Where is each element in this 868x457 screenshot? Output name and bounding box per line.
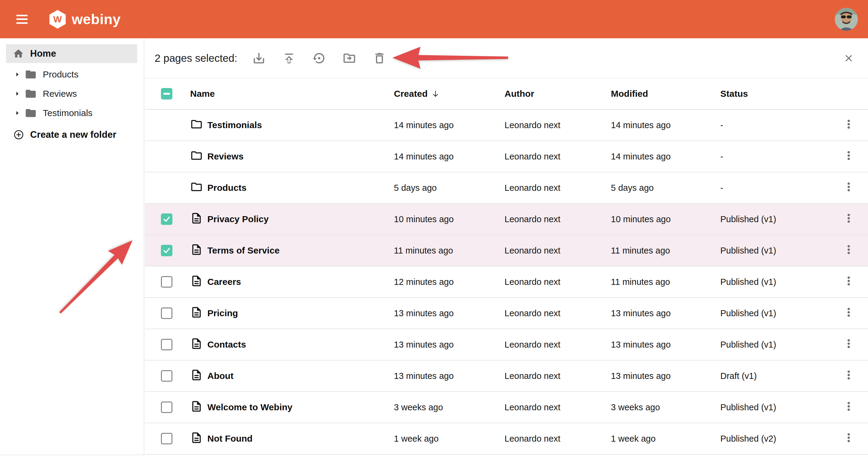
row-author: Leonardo next — [504, 402, 611, 413]
table-body: Testimonials 14 minutes ago Leonardo nex… — [145, 110, 868, 455]
row-modified: 3 weeks ago — [611, 402, 720, 413]
selected-count-label: 2 pages selected: — [155, 52, 237, 64]
row-name[interactable]: Contacts — [207, 339, 394, 350]
row-checkbox[interactable] — [161, 401, 173, 413]
row-name[interactable]: About — [207, 371, 394, 381]
avatar[interactable] — [835, 8, 858, 31]
row-author: Leonardo next — [504, 371, 611, 381]
select-all-checkbox[interactable] — [161, 88, 173, 99]
create-folder-button[interactable]: Create a new folder — [0, 125, 144, 144]
row-created: 14 minutes ago — [394, 152, 504, 161]
table-row[interactable]: Privacy Policy 10 minutes ago Leonardo n… — [145, 204, 868, 235]
webiny-logo[interactable]: W webiny — [50, 10, 121, 29]
row-checkbox[interactable] — [161, 276, 173, 287]
kebab-menu-icon[interactable] — [843, 432, 855, 444]
row-status: Published (v1) — [720, 246, 829, 256]
column-header-modified[interactable]: Modified — [611, 89, 720, 99]
row-modified: 11 minutes ago — [611, 246, 720, 256]
row-created: 11 minutes ago — [394, 246, 504, 256]
table-row[interactable]: Careers 12 minutes ago Leonardo next 11 … — [145, 267, 868, 298]
kebab-menu-icon[interactable] — [843, 275, 855, 287]
move-to-folder-icon[interactable] — [342, 51, 356, 65]
sidebar-item-home[interactable]: Home — [6, 44, 137, 63]
restore-icon[interactable] — [312, 51, 327, 65]
caret-right-icon[interactable] — [14, 90, 21, 97]
kebab-menu-icon[interactable] — [843, 150, 855, 161]
table-row[interactable]: About 13 minutes ago Leonardo next 13 mi… — [145, 361, 868, 392]
table-row[interactable]: Reviews 14 minutes ago Leonardo next 14 … — [145, 141, 868, 173]
download-icon[interactable] — [252, 51, 266, 65]
table-row[interactable]: Pricing 13 minutes ago Leonardo next 13 … — [145, 298, 868, 329]
row-name[interactable]: Careers — [207, 277, 394, 287]
page-icon — [190, 337, 203, 350]
table-row[interactable]: Contacts 13 minutes ago Leonardo next 13… — [145, 329, 868, 361]
column-header-name[interactable]: Name — [190, 89, 394, 99]
column-header-created[interactable]: Created — [394, 89, 504, 99]
row-status: Draft (v1) — [720, 371, 829, 381]
row-status: - — [720, 120, 829, 130]
row-modified: 13 minutes ago — [611, 340, 720, 350]
kebab-menu-icon[interactable] — [843, 400, 855, 413]
table-row[interactable]: Not Found 1 week ago Leonardo next 1 wee… — [145, 423, 868, 455]
row-status: Published (v1) — [720, 277, 829, 287]
row-modified: 10 minutes ago — [611, 214, 720, 224]
kebab-menu-icon[interactable] — [843, 369, 855, 381]
kebab-menu-icon[interactable] — [843, 212, 855, 224]
sidebar-folder-item[interactable]: Testimonials — [0, 103, 144, 123]
page-icon — [190, 431, 203, 444]
top-app-bar: W webiny — [0, 0, 868, 38]
folder-tree: Products Reviews Testimonials — [0, 65, 144, 123]
row-modified: 13 minutes ago — [611, 308, 720, 318]
table-row[interactable]: Products 5 days ago Leonardo next 5 days… — [145, 173, 868, 204]
row-name[interactable]: Pricing — [207, 308, 394, 318]
sidebar-folder-item[interactable]: Reviews — [0, 84, 144, 103]
row-name[interactable]: Privacy Policy — [207, 214, 394, 224]
row-modified: 11 minutes ago — [611, 277, 720, 287]
kebab-menu-icon[interactable] — [843, 338, 855, 350]
row-created: 13 minutes ago — [394, 340, 504, 350]
row-name[interactable]: Welcome to Webiny — [207, 402, 394, 413]
row-checkbox[interactable] — [161, 307, 173, 319]
table-row[interactable]: Welcome to Webiny 3 weeks ago Leonardo n… — [145, 392, 868, 423]
row-name[interactable]: Not Found — [207, 433, 394, 444]
row-checkbox[interactable] — [161, 433, 173, 444]
folder-icon — [190, 118, 203, 130]
kebab-menu-icon[interactable] — [843, 306, 855, 318]
caret-right-icon[interactable] — [14, 71, 21, 78]
kebab-menu-icon[interactable] — [843, 181, 855, 193]
row-modified: 14 minutes ago — [611, 120, 720, 130]
row-name[interactable]: Reviews — [207, 151, 394, 161]
row-status: Published (v1) — [720, 214, 829, 224]
kebab-menu-icon[interactable] — [843, 244, 855, 256]
caret-right-icon[interactable] — [14, 110, 21, 116]
delete-icon[interactable] — [372, 51, 387, 65]
row-name[interactable]: Terms of Service — [207, 245, 394, 256]
publish-icon[interactable] — [282, 51, 296, 65]
row-name[interactable]: Products — [207, 183, 394, 193]
row-status: - — [720, 152, 829, 161]
row-checkbox[interactable] — [161, 245, 173, 256]
folder-label: Products — [43, 69, 79, 80]
page-icon — [190, 369, 203, 381]
sidebar-folder-item[interactable]: Products — [0, 65, 144, 84]
row-checkbox[interactable] — [161, 370, 173, 382]
bulk-actions — [252, 51, 387, 65]
row-modified: 13 minutes ago — [611, 371, 720, 381]
page-icon — [190, 212, 203, 224]
row-modified: 1 week ago — [611, 434, 720, 444]
column-header-author[interactable]: Author — [504, 89, 611, 99]
table-header: Name Created Author Modified Status — [145, 79, 868, 110]
row-checkbox[interactable] — [161, 339, 173, 350]
kebab-menu-icon[interactable] — [843, 118, 855, 130]
table-row[interactable]: Terms of Service 11 minutes ago Leonardo… — [145, 235, 868, 267]
row-author: Leonardo next — [504, 120, 611, 130]
close-icon[interactable] — [843, 52, 855, 64]
row-checkbox[interactable] — [161, 213, 173, 225]
column-header-status[interactable]: Status — [720, 89, 829, 99]
menu-icon[interactable] — [16, 15, 28, 24]
bulk-action-bar: 2 pages selected: — [145, 38, 868, 79]
row-name[interactable]: Testimonials — [207, 120, 394, 130]
table-row[interactable]: Testimonials 14 minutes ago Leonardo nex… — [145, 110, 868, 141]
folder-icon — [190, 181, 203, 193]
row-author: Leonardo next — [504, 246, 611, 256]
